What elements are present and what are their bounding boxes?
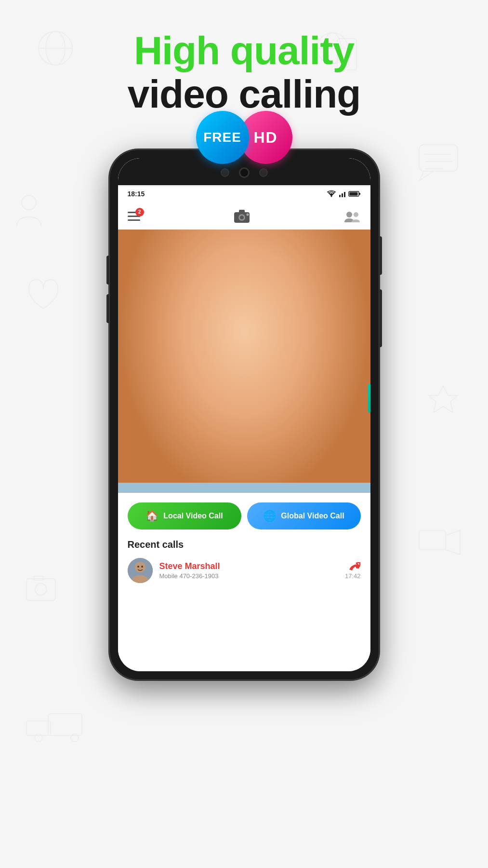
- recent-calls-title: Recent calls: [128, 539, 361, 550]
- menu-button[interactable]: 2: [128, 212, 140, 221]
- svg-point-35: [246, 214, 249, 216]
- header-section: High quality video calling: [0, 29, 488, 116]
- svg-point-63: [141, 566, 143, 568]
- svg-point-4: [35, 583, 47, 595]
- side-button-volume-up: [106, 256, 109, 285]
- call-list-item[interactable]: Steve Marshall Mobile 470-236-1903 17:42: [128, 558, 361, 583]
- svg-rect-16: [419, 530, 446, 550]
- svg-point-11: [22, 195, 36, 210]
- avatar-svg: [128, 558, 153, 583]
- svg-point-37: [354, 212, 358, 217]
- svg-point-62: [137, 566, 139, 568]
- side-tab: [368, 384, 370, 413]
- call-buttons-row: 🏠 Local Video Call 🌐 Global Video Call: [128, 502, 361, 529]
- svg-rect-12: [419, 145, 458, 171]
- svg-rect-30: [349, 192, 357, 196]
- call-status: 17:42: [345, 562, 361, 580]
- missed-call-icon: [348, 562, 361, 571]
- wifi-icon: [326, 190, 337, 198]
- side-button-volume-down: [106, 294, 109, 323]
- menu-line-3: [128, 219, 140, 221]
- signal-icon: [339, 190, 346, 198]
- svg-rect-34: [239, 210, 245, 213]
- global-video-call-button[interactable]: 🌐 Global Video Call: [247, 502, 361, 529]
- contact-name: Steve Marshall: [159, 561, 338, 571]
- status-time: 18:15: [128, 190, 145, 198]
- notification-badge: 2: [135, 208, 144, 217]
- svg-rect-25: [339, 195, 341, 197]
- front-camera-left: [221, 168, 229, 177]
- camera-header-icon[interactable]: [232, 208, 251, 224]
- svg-rect-21: [26, 721, 51, 735]
- svg-point-33: [239, 215, 244, 220]
- bottom-panel: 🏠 Local Video Call 🌐 Global Video Call R…: [118, 493, 370, 671]
- phone-screen: 18:15: [118, 158, 370, 671]
- status-icons: [326, 190, 361, 198]
- high-quality-text: High quality: [0, 29, 488, 72]
- svg-rect-20: [48, 714, 82, 735]
- svg-rect-5: [34, 576, 43, 580]
- svg-rect-26: [342, 193, 343, 197]
- svg-rect-3: [26, 579, 55, 600]
- call-time: 17:42: [345, 572, 361, 580]
- contact-detail: Mobile 470-236-1903: [159, 572, 338, 580]
- svg-point-22: [35, 734, 42, 742]
- contact-avatar: [128, 558, 153, 583]
- contacts-icon[interactable]: [343, 209, 361, 223]
- svg-rect-27: [344, 192, 345, 197]
- svg-point-36: [346, 212, 352, 217]
- front-camera-right: [259, 168, 268, 177]
- battery-icon: [348, 190, 361, 197]
- free-badge: FREE: [196, 111, 249, 164]
- globe-icon: 🌐: [263, 510, 276, 522]
- phone-frame: 18:15: [109, 149, 379, 680]
- svg-point-23: [71, 734, 79, 742]
- badges-container: FREE HD: [196, 111, 292, 164]
- call-info: Steve Marshall Mobile 470-236-1903: [159, 561, 338, 580]
- app-header: 2: [118, 203, 370, 230]
- svg-point-24: [330, 196, 332, 197]
- video-calling-text: video calling: [0, 72, 488, 116]
- home-icon: 🏠: [145, 510, 158, 522]
- status-bar: 18:15: [118, 185, 370, 203]
- phone-outer: 18:15: [109, 149, 379, 680]
- local-video-call-button[interactable]: 🏠 Local Video Call: [128, 502, 241, 529]
- svg-rect-29: [359, 193, 360, 195]
- front-camera-main: [239, 167, 250, 178]
